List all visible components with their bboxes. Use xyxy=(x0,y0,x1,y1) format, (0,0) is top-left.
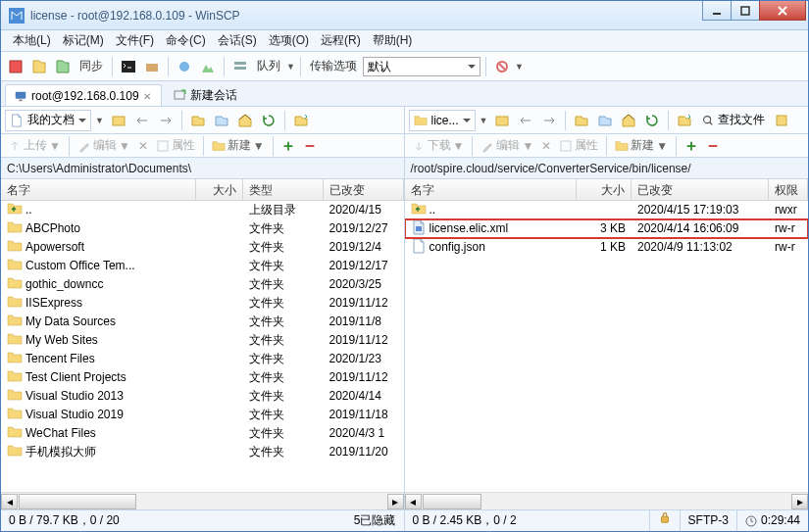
session-tab-active[interactable]: root@192.168.0.109 ✕ xyxy=(5,84,162,106)
table-row[interactable]: WeChat Files文件夹2020/4/3 1 xyxy=(1,424,404,443)
folder-icon xyxy=(414,114,428,127)
remote-plus-button[interactable] xyxy=(682,139,701,153)
table-row[interactable]: My Data Sources文件夹2019/11/8 xyxy=(1,313,404,331)
maximize-button[interactable] xyxy=(731,1,760,21)
menu-item[interactable]: 标记(M) xyxy=(57,32,110,49)
local-nav-5[interactable] xyxy=(211,110,232,131)
table-row[interactable]: ABCPhoto文件夹2019/12/27 xyxy=(1,219,404,238)
local-location-combo[interactable]: 我的文档 xyxy=(5,110,91,131)
remote-nav-1[interactable] xyxy=(491,110,513,131)
table-row[interactable]: Apowersoft文件夹2019/12/4 xyxy=(1,238,404,257)
table-row[interactable]: Tencent Files文件夹2020/1/23 xyxy=(1,350,404,368)
remote-edit-button[interactable]: 编辑 ▼ xyxy=(478,137,536,154)
remote-hscroll[interactable]: ◂▸ xyxy=(405,492,809,509)
col-date[interactable]: 已改变 xyxy=(632,179,769,200)
statusbar: 0 B / 79.7 KB，0 / 20 5已隐藏 0 B / 2.45 KB，… xyxy=(1,509,808,531)
session-tab-label: root@192.168.0.109 xyxy=(31,89,139,103)
time-label: 0:29:44 xyxy=(737,510,808,531)
menu-item[interactable]: 选项(O) xyxy=(263,32,315,49)
local-location-label: 我的文档 xyxy=(27,112,75,128)
terminal-button[interactable] xyxy=(118,56,139,77)
col-size[interactable]: 大小 xyxy=(577,179,632,200)
local-nav-1[interactable] xyxy=(108,110,129,131)
local-file-header[interactable]: 名字 大小 类型 已改变 xyxy=(1,179,404,201)
remote-nav-2[interactable] xyxy=(515,110,536,131)
remote-props-button[interactable]: 属性 xyxy=(556,137,601,154)
transfer-combo[interactable]: 默认 xyxy=(363,57,480,76)
remote-location-combo[interactable]: lice... xyxy=(409,110,476,131)
table-row[interactable]: IISExpress文件夹2019/11/12 xyxy=(1,294,404,313)
local-home-button[interactable] xyxy=(234,110,256,131)
menu-item[interactable]: 远程(R) xyxy=(315,32,367,49)
remote-find-button[interactable]: 查找文件 xyxy=(697,110,769,131)
col-date[interactable]: 已改变 xyxy=(324,179,404,200)
menu-item[interactable]: 文件(F) xyxy=(110,32,160,49)
col-name[interactable]: 名字 xyxy=(405,179,578,200)
table-row[interactable]: Custom Office Tem...文件夹2019/12/17 xyxy=(1,257,404,275)
remote-nav-5[interactable] xyxy=(594,110,616,131)
remote-refresh-button[interactable] xyxy=(641,110,663,131)
close-button[interactable] xyxy=(759,1,806,21)
menu-item[interactable]: 帮助(H) xyxy=(367,32,419,49)
table-row[interactable]: ..上级目录2020/4/15 xyxy=(1,201,404,219)
menubar: 本地(L)标记(M)文件(F)命令(C)会话(S)选项(O)远程(R)帮助(H) xyxy=(1,30,808,52)
table-row[interactable]: My Web Sites文件夹2019/11/12 xyxy=(1,331,404,350)
tool-icon-3[interactable] xyxy=(52,56,74,77)
local-minus-button[interactable] xyxy=(300,139,320,153)
remote-pane: lice... ▼ 查找文件 下载 ▼ xyxy=(405,107,809,509)
local-edit-button[interactable]: 编辑 ▼ xyxy=(75,137,133,154)
table-row[interactable]: Visual Studio 2019文件夹2019/11/18 xyxy=(1,406,404,424)
table-row[interactable]: Visual Studio 2013文件夹2020/4/14 xyxy=(1,387,404,406)
remote-file-header[interactable]: 名字 大小 已改变 权限 xyxy=(405,179,809,201)
tool-icon-6[interactable] xyxy=(174,56,195,77)
remote-home-button[interactable] xyxy=(618,110,639,131)
col-size[interactable]: 大小 xyxy=(196,179,243,200)
remote-nav-7[interactable] xyxy=(771,110,792,131)
local-hscroll[interactable]: ◂▸ xyxy=(1,492,404,509)
new-session-button[interactable]: 新建会话 xyxy=(164,84,246,106)
table-row[interactable]: config.json1 KB2020/4/9 11:13:02rw-r xyxy=(405,238,809,257)
queue-label[interactable]: 队列 xyxy=(253,58,284,74)
local-refresh-button[interactable] xyxy=(258,110,279,131)
remote-nav-3[interactable] xyxy=(538,110,560,131)
download-button[interactable]: 下载 ▼ xyxy=(409,137,468,154)
folder-icon xyxy=(615,139,629,153)
menu-item[interactable]: 命令(C) xyxy=(160,32,212,49)
local-nav-2[interactable] xyxy=(131,110,153,131)
remote-nav-4[interactable] xyxy=(571,110,592,131)
local-plus-button[interactable] xyxy=(278,139,298,153)
remote-nav-6[interactable] xyxy=(674,110,695,131)
table-row[interactable]: 手机模拟大师文件夹2019/11/20 xyxy=(1,443,404,461)
upload-button[interactable]: 上传 ▼ xyxy=(5,137,64,154)
queue-icon[interactable] xyxy=(229,56,251,77)
local-props-button[interactable]: 属性 xyxy=(153,137,198,154)
minimize-button[interactable] xyxy=(702,1,732,21)
col-type[interactable]: 类型 xyxy=(243,179,324,200)
tool-icon-8[interactable] xyxy=(491,56,513,77)
remote-minus-button[interactable] xyxy=(703,139,723,153)
table-row[interactable]: license.elic.xml3 KB2020/4/14 16:06:09rw… xyxy=(405,219,809,238)
sync-label[interactable]: 同步 xyxy=(76,58,107,74)
svg-rect-23 xyxy=(561,141,571,151)
table-row[interactable]: gothic_downcc文件夹2020/3/25 xyxy=(1,275,404,294)
local-status: 0 B / 79.7 KB，0 / 20 xyxy=(9,510,354,531)
props-icon xyxy=(156,139,170,153)
menu-item[interactable]: 本地(L) xyxy=(7,32,57,49)
table-row[interactable]: ..2020/4/15 17:19:03rwxr xyxy=(405,201,809,219)
remote-delete-button[interactable]: ✕ xyxy=(538,139,554,153)
tool-icon-5[interactable] xyxy=(141,56,163,77)
local-nav-4[interactable] xyxy=(187,110,209,131)
tool-icon-1[interactable] xyxy=(5,56,26,77)
local-nav-3[interactable] xyxy=(155,110,177,131)
tool-icon-2[interactable] xyxy=(28,56,50,77)
tool-icon-7[interactable] xyxy=(197,56,219,77)
table-row[interactable]: Test Client Projects文件夹2019/11/12 xyxy=(1,368,404,387)
remote-new-button[interactable]: 新建 ▼ xyxy=(612,137,671,154)
menu-item[interactable]: 会话(S) xyxy=(212,32,263,49)
local-nav-6[interactable] xyxy=(290,110,312,131)
local-delete-button[interactable]: ✕ xyxy=(135,139,151,153)
col-perm[interactable]: 权限 xyxy=(769,179,808,200)
col-name[interactable]: 名字 xyxy=(1,179,196,200)
close-tab-icon[interactable]: ✕ xyxy=(143,91,153,101)
local-new-button[interactable]: 新建 ▼ xyxy=(209,137,268,154)
